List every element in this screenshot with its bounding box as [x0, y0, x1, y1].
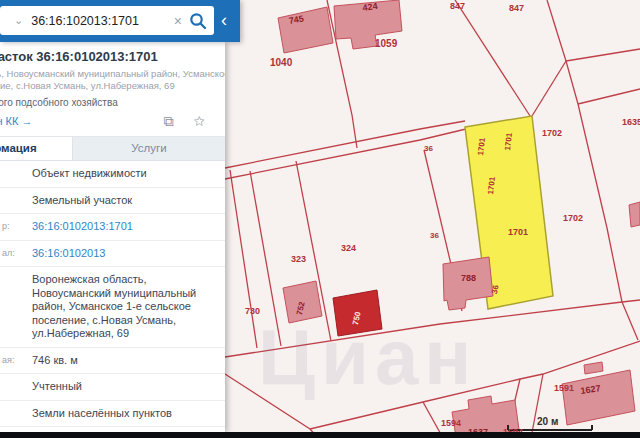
info-panel: Участок 36:16:0102013:1701 Воронежская о…	[0, 42, 225, 433]
parcel-title: Участок 36:16:0102013:1701	[0, 49, 225, 64]
clear-search-icon[interactable]: ×	[174, 13, 182, 29]
map-parcel-label: 730	[245, 306, 260, 316]
map-parcel-label: 1701	[508, 227, 528, 237]
app-window: Циан 10401059745424847847163517021702363…	[0, 0, 640, 438]
info-row-value: Земли населённых пунктов	[32, 407, 217, 421]
info-row: р:36:16:0102013:1701	[0, 214, 225, 241]
map-parcel-label: 36	[490, 284, 501, 295]
map-parcel-label: 36	[424, 144, 433, 153]
bottom-bar	[0, 432, 640, 438]
cadastral-number-link[interactable]: 36:16:0102013:1701	[32, 220, 217, 234]
info-row: Земли населённых пунктов	[0, 401, 225, 428]
map-parcel-label: 1594	[441, 418, 461, 428]
info-row-label: р:	[2, 221, 10, 231]
map-parcel-label: 1635	[622, 117, 640, 127]
building-right-edge[interactable]	[629, 202, 640, 227]
map-parcel-label: 847	[509, 3, 524, 13]
info-row-value: 746 кв. м	[32, 354, 217, 368]
info-row: Земельный участок	[0, 188, 225, 215]
info-row-value: Земельный участок	[32, 194, 217, 208]
map-parcel-label: 1591	[554, 383, 574, 393]
info-row-value: Учтенный	[32, 380, 217, 394]
info-row: Объект недвижимости	[0, 161, 225, 188]
info-row: Учтенный	[0, 374, 225, 401]
map-parcel-label: 1702	[563, 213, 583, 223]
parcel-landuse-summary: для ведения личного подсобного хозяйства	[0, 97, 225, 108]
info-row-label: ая:	[2, 355, 14, 365]
map-scale-label: 20 м	[537, 416, 558, 427]
map-parcel-label: 324	[341, 243, 356, 253]
tab-information[interactable]: Информация	[0, 137, 72, 160]
map-building-label: 424	[362, 1, 378, 13]
map-parcel-label: 36	[430, 231, 439, 240]
map-parcel-label: 1702	[542, 128, 562, 138]
parcel-summary-card: Участок 36:16:0102013:1701 Воронежская о…	[0, 42, 225, 137]
parcel-info-table: Объект недвижимостиЗемельный участокр:36…	[0, 161, 225, 433]
map-parcel-label: 1059	[375, 38, 397, 49]
search-icon[interactable]	[188, 11, 208, 31]
map-building-label: 788	[461, 273, 476, 283]
cadastral-number-link[interactable]: 36:16:0102013	[32, 247, 217, 261]
info-row-value: Воронежская область, Новоусманский муниц…	[32, 273, 217, 341]
search-dropdown-icon[interactable]: ⌄	[14, 14, 23, 27]
parcel-address-summary: Воронежская область, Новоусманский муниц…	[0, 68, 225, 92]
info-row-label: ал:	[2, 248, 15, 258]
plan-kk-link[interactable]: План КК →	[0, 115, 32, 127]
card-link-row: План КК → ⧉ ☆	[0, 112, 225, 136]
info-row-value: Объект недвижимости	[32, 167, 217, 181]
info-row: Воронежская область, Новоусманский муниц…	[0, 267, 225, 348]
tab-information-label: Информация	[0, 142, 37, 154]
map-parcel-label: 1040	[270, 57, 292, 68]
info-row: ая:746 кв. м	[0, 348, 225, 375]
info-row: ал:36:16:0102013	[0, 241, 225, 268]
panel-tabs: Информация Услуги	[0, 137, 225, 161]
tab-services[interactable]: Услуги	[72, 137, 225, 160]
overlay-and-star-icons[interactable]: ⧉ ☆	[164, 113, 213, 130]
map-parcel-label: 847	[450, 1, 465, 11]
collapse-panel-icon[interactable]: ‹	[221, 11, 227, 29]
map-parcel-label: 323	[291, 254, 306, 264]
search-header: ⌄ × ‹	[0, 0, 240, 42]
search-box[interactable]: ⌄ ×	[0, 6, 214, 35]
search-input[interactable]	[29, 13, 174, 29]
